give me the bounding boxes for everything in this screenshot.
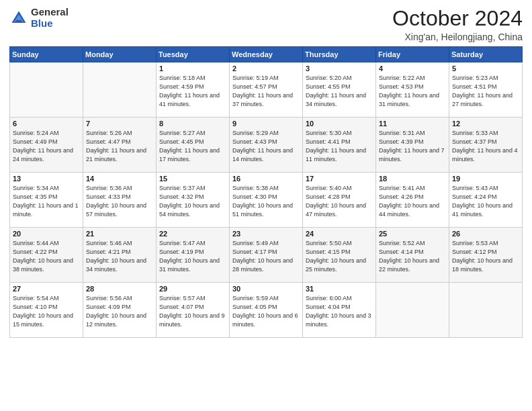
calendar-day-cell: 31Sunrise: 6:00 AMSunset: 4:04 PMDayligh… [303,283,376,338]
calendar-day-cell: 11Sunrise: 5:31 AMSunset: 4:39 PMDayligh… [376,118,449,173]
logo-text: General Blue [31,7,69,29]
weekday-header: Monday [83,47,157,62]
day-number: 12 [452,120,519,128]
day-info: Sunrise: 5:54 AMSunset: 4:10 PMDaylight:… [13,294,80,329]
day-number: 26 [452,230,519,238]
calendar-day-cell: 6Sunrise: 5:24 AMSunset: 4:49 PMDaylight… [10,118,83,173]
day-info: Sunrise: 5:22 AMSunset: 4:53 PMDaylight:… [379,74,446,109]
calendar-day-cell: 19Sunrise: 5:43 AMSunset: 4:24 PMDayligh… [449,173,523,228]
day-number: 27 [13,285,80,293]
weekday-header: Friday [376,47,449,62]
weekday-header: Sunday [10,47,83,62]
day-info: Sunrise: 5:47 AMSunset: 4:19 PMDaylight:… [159,239,226,274]
day-info: Sunrise: 5:29 AMSunset: 4:43 PMDaylight:… [232,129,300,164]
day-number: 18 [379,175,446,183]
calendar-day-cell: 4Sunrise: 5:22 AMSunset: 4:53 PMDaylight… [376,62,449,118]
calendar-week-row: 1Sunrise: 5:18 AMSunset: 4:59 PMDaylight… [10,62,523,118]
day-info: Sunrise: 5:41 AMSunset: 4:26 PMDaylight:… [379,184,446,219]
month-title: October 2024 [392,7,523,30]
calendar-day-cell: 15Sunrise: 5:37 AMSunset: 4:32 PMDayligh… [157,173,230,228]
day-number: 22 [159,230,226,238]
day-number: 3 [306,64,373,73]
day-info: Sunrise: 5:46 AMSunset: 4:21 PMDaylight:… [86,239,153,274]
calendar-day-cell: 2Sunrise: 5:19 AMSunset: 4:57 PMDaylight… [230,62,303,118]
day-number: 19 [452,175,519,183]
title-block: October 2024 Xing'an, Heilongjiang, Chin… [392,7,523,42]
day-info: Sunrise: 5:27 AMSunset: 4:45 PMDaylight:… [159,129,226,164]
calendar-day-cell: 29Sunrise: 5:57 AMSunset: 4:07 PMDayligh… [157,283,230,338]
day-info: Sunrise: 5:18 AMSunset: 4:59 PMDaylight:… [159,74,226,109]
day-info: Sunrise: 5:23 AMSunset: 4:51 PMDaylight:… [452,74,519,109]
calendar-day-cell: 13Sunrise: 5:34 AMSunset: 4:35 PMDayligh… [10,173,83,228]
calendar-day-cell [83,62,157,118]
day-info: Sunrise: 5:52 AMSunset: 4:14 PMDaylight:… [379,239,446,274]
calendar-table: SundayMondayTuesdayWednesdayThursdayFrid… [9,46,523,338]
day-number: 25 [379,230,446,238]
day-info: Sunrise: 5:34 AMSunset: 4:35 PMDaylight:… [13,184,80,219]
day-info: Sunrise: 5:33 AMSunset: 4:37 PMDaylight:… [452,129,519,164]
calendar-day-cell [376,283,449,338]
page: General Blue October 2024 Xing'an, Heilo… [0,0,532,411]
calendar-day-cell: 8Sunrise: 5:27 AMSunset: 4:45 PMDaylight… [157,118,230,173]
calendar-week-row: 27Sunrise: 5:54 AMSunset: 4:10 PMDayligh… [10,283,523,338]
header: General Blue October 2024 Xing'an, Heilo… [9,7,523,42]
day-number: 23 [232,230,300,238]
calendar-day-cell: 24Sunrise: 5:50 AMSunset: 4:15 PMDayligh… [303,228,376,283]
day-info: Sunrise: 5:20 AMSunset: 4:55 PMDaylight:… [306,74,373,109]
day-info: Sunrise: 5:50 AMSunset: 4:15 PMDaylight:… [306,239,373,274]
location: Xing'an, Heilongjiang, China [392,32,523,42]
day-info: Sunrise: 5:19 AMSunset: 4:57 PMDaylight:… [232,74,300,109]
day-info: Sunrise: 5:43 AMSunset: 4:24 PMDaylight:… [452,184,519,219]
calendar-day-cell: 27Sunrise: 5:54 AMSunset: 4:10 PMDayligh… [10,283,83,338]
day-number: 4 [379,64,446,73]
day-info: Sunrise: 5:56 AMSunset: 4:09 PMDaylight:… [86,294,153,329]
day-info: Sunrise: 5:53 AMSunset: 4:12 PMDaylight:… [452,239,519,274]
calendar-day-cell: 22Sunrise: 5:47 AMSunset: 4:19 PMDayligh… [157,228,230,283]
day-number: 24 [306,230,373,238]
day-number: 9 [232,120,300,128]
calendar-day-cell: 18Sunrise: 5:41 AMSunset: 4:26 PMDayligh… [376,173,449,228]
calendar-day-cell: 1Sunrise: 5:18 AMSunset: 4:59 PMDaylight… [157,62,230,118]
day-info: Sunrise: 5:36 AMSunset: 4:33 PMDaylight:… [86,184,153,219]
calendar-day-cell: 23Sunrise: 5:49 AMSunset: 4:17 PMDayligh… [230,228,303,283]
calendar-week-row: 13Sunrise: 5:34 AMSunset: 4:35 PMDayligh… [10,173,523,228]
day-number: 10 [306,120,373,128]
day-info: Sunrise: 5:40 AMSunset: 4:28 PMDaylight:… [306,184,373,219]
calendar-day-cell: 25Sunrise: 5:52 AMSunset: 4:14 PMDayligh… [376,228,449,283]
calendar-day-cell: 5Sunrise: 5:23 AMSunset: 4:51 PMDaylight… [449,62,523,118]
calendar-day-cell: 17Sunrise: 5:40 AMSunset: 4:28 PMDayligh… [303,173,376,228]
calendar-day-cell: 30Sunrise: 5:59 AMSunset: 4:05 PMDayligh… [230,283,303,338]
day-number: 6 [13,120,80,128]
calendar-week-row: 20Sunrise: 5:44 AMSunset: 4:22 PMDayligh… [10,228,523,283]
day-info: Sunrise: 5:59 AMSunset: 4:05 PMDaylight:… [232,294,300,329]
calendar-day-cell: 20Sunrise: 5:44 AMSunset: 4:22 PMDayligh… [10,228,83,283]
day-info: Sunrise: 5:26 AMSunset: 4:47 PMDaylight:… [86,129,153,164]
svg-rect-2 [16,19,21,22]
calendar-day-cell: 9Sunrise: 5:29 AMSunset: 4:43 PMDaylight… [230,118,303,173]
day-number: 1 [159,64,226,73]
weekday-header: Thursday [303,47,376,62]
day-number: 31 [306,285,373,293]
calendar-day-cell: 3Sunrise: 5:20 AMSunset: 4:55 PMDaylight… [303,62,376,118]
day-number: 2 [232,64,300,73]
day-number: 30 [232,285,300,293]
day-number: 13 [13,175,80,183]
day-number: 8 [159,120,226,128]
day-number: 15 [159,175,226,183]
day-number: 20 [13,230,80,238]
day-info: Sunrise: 5:57 AMSunset: 4:07 PMDaylight:… [159,294,226,329]
day-info: Sunrise: 5:38 AMSunset: 4:30 PMDaylight:… [232,184,300,219]
calendar-day-cell: 7Sunrise: 5:26 AMSunset: 4:47 PMDaylight… [83,118,157,173]
calendar-day-cell [10,62,83,118]
day-info: Sunrise: 5:44 AMSunset: 4:22 PMDaylight:… [13,239,80,274]
day-info: Sunrise: 6:00 AMSunset: 4:04 PMDaylight:… [306,294,373,329]
logo-icon [9,9,28,28]
calendar-day-cell: 16Sunrise: 5:38 AMSunset: 4:30 PMDayligh… [230,173,303,228]
calendar-day-cell: 10Sunrise: 5:30 AMSunset: 4:41 PMDayligh… [303,118,376,173]
day-number: 14 [86,175,153,183]
day-number: 11 [379,120,446,128]
day-info: Sunrise: 5:24 AMSunset: 4:49 PMDaylight:… [13,129,80,164]
calendar-day-cell: 12Sunrise: 5:33 AMSunset: 4:37 PMDayligh… [449,118,523,173]
calendar-day-cell: 14Sunrise: 5:36 AMSunset: 4:33 PMDayligh… [83,173,157,228]
day-info: Sunrise: 5:37 AMSunset: 4:32 PMDaylight:… [159,184,226,219]
